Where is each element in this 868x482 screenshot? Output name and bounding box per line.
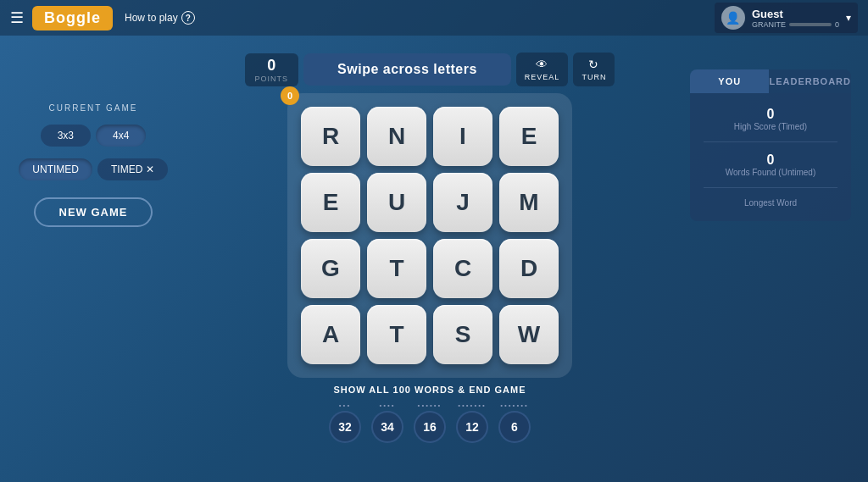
turn-label: TURN — [581, 73, 606, 81]
letter-tile[interactable]: E — [301, 173, 360, 232]
tab-row: YOU LEADERBOARD — [690, 69, 851, 93]
turn-button[interactable]: ↻ TURN — [573, 53, 615, 86]
show-all-prefix: SHOW ALL — [333, 385, 392, 395]
current-game-label: CURRENT GAME — [49, 103, 138, 113]
top-controls: 0 POINTS Swipe across letters 👁 REVEAL ↻… — [245, 53, 615, 86]
user-score: 0 — [835, 20, 839, 29]
word-count-item[interactable]: ••••••• 12 — [456, 402, 488, 443]
word-dots: ••••••• — [458, 402, 487, 409]
header: ☰ Boggle How to play ? 👤 Guest GRANITE 0… — [0, 0, 868, 36]
new-game-button[interactable]: NEW GAME — [34, 197, 153, 227]
timed-button[interactable]: TIMED ✕ — [97, 158, 168, 180]
hamburger-icon[interactable]: ☰ — [10, 8, 24, 27]
letter-tile[interactable]: N — [367, 107, 426, 166]
stat-divider-2 — [704, 187, 837, 188]
letter-tile[interactable]: M — [499, 173, 559, 232]
letter-tile[interactable]: S — [433, 305, 492, 364]
word-dots: •••••• — [418, 402, 442, 409]
untimed-button[interactable]: UNTIMED — [19, 158, 92, 180]
granite-label: GRANITE — [752, 20, 786, 29]
letter-tile[interactable]: W — [499, 305, 559, 364]
show-all-suffix: WORDS & END GAME — [411, 385, 526, 395]
words-found-value: 0 — [704, 152, 837, 168]
high-score-stat: 0 High Score (Timed) — [704, 107, 837, 131]
logo[interactable]: Boggle — [32, 6, 113, 30]
score-bar — [789, 23, 832, 26]
points-box: 0 POINTS — [245, 53, 299, 86]
show-all-count: 100 — [393, 385, 411, 395]
word-count-circle[interactable]: 12 — [456, 411, 488, 443]
tab-you[interactable]: YOU — [690, 69, 769, 93]
main-content: CURRENT GAME 3x3 4x4 UNTIMED TIMED ✕ NEW… — [0, 36, 868, 482]
turn-icon: ↻ — [588, 58, 599, 71]
right-panel: YOU LEADERBOARD 0 High Score (Timed) 0 W… — [690, 69, 851, 221]
board-badge: 0 — [281, 86, 299, 105]
letter-tile[interactable]: I — [433, 107, 492, 166]
word-count-circle[interactable]: 16 — [414, 411, 446, 443]
stat-divider-1 — [704, 141, 837, 142]
logo-text: Boggle — [44, 9, 101, 26]
left-panel: CURRENT GAME 3x3 4x4 UNTIMED TIMED ✕ NEW… — [17, 103, 170, 227]
size-buttons: 3x3 4x4 — [41, 125, 147, 147]
word-count-circle[interactable]: 34 — [371, 411, 403, 443]
letter-tile[interactable]: A — [301, 305, 360, 364]
word-count-item[interactable]: ••• 32 — [329, 402, 361, 443]
letter-tile[interactable]: J — [433, 173, 492, 232]
high-score-label: High Score (Timed) — [704, 122, 837, 131]
longest-word-stat: Longest Word — [704, 198, 837, 208]
center-panel: 0 POINTS Swipe across letters 👁 REVEAL ↻… — [186, 53, 673, 443]
stats-box: 0 High Score (Timed) 0 Words Found (Unti… — [690, 93, 851, 221]
dropdown-arrow-icon[interactable]: ▾ — [846, 12, 851, 24]
reveal-button[interactable]: 👁 REVEAL — [516, 53, 569, 86]
word-count-item[interactable]: ••••••• 6 — [498, 402, 531, 443]
high-score-value: 0 — [704, 107, 837, 122]
points-label: POINTS — [255, 75, 289, 83]
how-to-play-text: How to play — [125, 12, 178, 24]
user-sub: GRANITE 0 — [752, 20, 839, 29]
tab-leaderboard[interactable]: LEADERBOARD — [769, 69, 851, 93]
show-all-text[interactable]: SHOW ALL 100 WORDS & END GAME — [333, 385, 526, 395]
letter-tile[interactable]: G — [301, 239, 360, 298]
word-count-item[interactable]: •••• 34 — [371, 402, 403, 443]
letter-tile[interactable]: U — [367, 173, 426, 232]
words-found-label: Words Found (Untimed) — [704, 168, 837, 177]
size-3x3-button[interactable]: 3x3 — [41, 125, 91, 147]
size-4x4-button[interactable]: 4x4 — [96, 125, 146, 147]
avatar: 👤 — [721, 6, 745, 30]
word-count-circle[interactable]: 6 — [498, 411, 531, 443]
how-to-play[interactable]: How to play ? — [125, 11, 195, 25]
swipe-message: Swipe across letters — [303, 53, 511, 86]
word-dots: ••• — [339, 402, 351, 409]
points-value: 0 — [255, 57, 289, 75]
word-count-row: ••• 32 •••• 34 •••••• 16 ••••••• 12 ••••… — [329, 402, 531, 443]
username: Guest — [752, 8, 839, 20]
word-dots: ••••••• — [500, 402, 529, 409]
word-count-item[interactable]: •••••• 16 — [414, 402, 446, 443]
time-buttons: UNTIMED TIMED ✕ — [19, 158, 167, 180]
help-icon[interactable]: ? — [181, 11, 195, 25]
word-dots: •••• — [379, 402, 395, 409]
user-menu[interactable]: 👤 Guest GRANITE 0 ▾ — [715, 3, 858, 33]
reveal-label: REVEAL — [525, 73, 560, 81]
letter-tile[interactable]: D — [499, 239, 559, 298]
words-found-stat: 0 Words Found (Untimed) — [704, 152, 837, 177]
letter-tile[interactable]: T — [367, 239, 426, 298]
reveal-icon: 👁 — [536, 58, 548, 71]
letter-tile[interactable]: E — [499, 107, 559, 166]
board-container: 0 RNIEEUJMGTCDATSW — [287, 93, 572, 378]
user-info: Guest GRANITE 0 — [752, 8, 839, 29]
longest-word-label: Longest Word — [704, 198, 837, 208]
word-count-circle[interactable]: 32 — [329, 411, 361, 443]
letter-tile[interactable]: R — [301, 107, 360, 166]
letter-tile[interactable]: T — [367, 305, 426, 364]
letter-board: RNIEEUJMGTCDATSW — [287, 93, 572, 378]
letter-tile[interactable]: C — [433, 239, 492, 298]
